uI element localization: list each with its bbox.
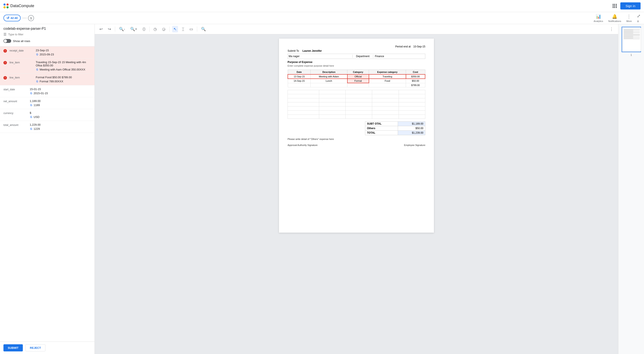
subtotal-value: $1,189.00 [398, 121, 425, 126]
doc-toolbar: ↩ ↪ 🔍- 🔍+ ⟨⟩ ◷ ◶ ↖ ⌶ ▭ 🔍 ⋮ [95, 24, 618, 34]
panel-header: codelab-expense-parser-P1 ☰ Show all row… [0, 24, 94, 47]
logo-dot-red [6, 4, 8, 6]
thumbnail-1[interactable] [622, 27, 641, 52]
zoom-out-button[interactable]: 🔍- [118, 26, 126, 32]
step-badge: 1 [28, 15, 34, 21]
field-values-receipt_date: 23-Sep-15G2015-09-23 [36, 49, 91, 56]
redo-button[interactable]: ↪ [106, 26, 112, 32]
field-raw-total_amount: 1,229.00 [30, 123, 91, 126]
field-row-total_amount: total_amount1,229.00G1229 [0, 121, 94, 133]
field-google-value-receipt_date: 2015-09-23 [40, 53, 54, 56]
subtotal-table: SUBT OTAL $1,189.00 Others $50.00 TOTAL … [365, 121, 425, 135]
history-button[interactable]: ◷ [152, 26, 158, 32]
sub-nav: ↺ 42:40 - - - 1 📊 Analytics 🔔 Notificati… [0, 12, 644, 24]
code-button[interactable]: ⟨⟩ [141, 26, 147, 32]
field-label-total_amount: total_amount [4, 123, 27, 130]
field-google-value-total_amount: 1229 [34, 127, 40, 130]
field-row-start_date: start_date15-01-15G2015-01-15 [0, 85, 94, 97]
field-raw-line_item_1: Traveling 15-Sep-15 15 Meeting with 4m O… [36, 61, 91, 67]
more-options-button[interactable]: ⋮ [608, 26, 615, 32]
analytics-nav-item[interactable]: 📊 Analytics [594, 14, 603, 23]
forward-history-button[interactable]: ◶ [161, 26, 167, 32]
select-button[interactable]: ↖ [172, 26, 178, 32]
field-google-value-line_item_2: Formal 789.00XXX [40, 80, 63, 83]
more-dots-icon: ⋮ [627, 14, 631, 19]
doc-panel: ↩ ↪ 🔍- 🔍+ ⟨⟩ ◷ ◶ ↖ ⌶ ▭ 🔍 ⋮ [95, 24, 618, 354]
expense-cell-1-3: Food [369, 79, 406, 83]
text-cursor-button[interactable]: ⌶ [180, 26, 186, 32]
expense-cell-0-2: Official [348, 74, 369, 79]
show-all-toggle[interactable] [4, 39, 11, 43]
field-row-line_item_1: !line_itemTraveling 15-Sep-15 15 Meeting… [0, 58, 94, 74]
logo-dot-yellow [4, 6, 6, 9]
toggle-knob [4, 40, 7, 43]
expense-row-1: 14-Sep-15LunchFormalFood$50.00 [288, 79, 425, 83]
show-all-label: Show all rows [13, 40, 30, 43]
thumb-line [624, 32, 634, 32]
expense-cell-0-0: 13 Sep-15 [288, 74, 310, 79]
crop-button[interactable]: ▭ [188, 26, 194, 32]
field-label-net_amount: net_amount [4, 99, 27, 107]
search-doc-button[interactable]: 🔍 [200, 26, 207, 32]
manager-label: Ma nager [289, 55, 300, 58]
expand-icon[interactable]: ⤢ [637, 13, 640, 19]
more-nav-item[interactable]: ⋮ More [626, 14, 632, 23]
submit-button[interactable]: SUBMIT [4, 344, 23, 351]
expense-cell-2-3 [369, 83, 406, 87]
undo-button[interactable]: ↩ [98, 26, 104, 32]
field-raw-currency: $ [30, 111, 91, 114]
total-value: $1,239.00 [398, 130, 425, 135]
field-values-line_item_2: Formal Food $50.00 $789.00GFormal 789.00… [36, 76, 91, 83]
field-raw-net_amount: 1,189.00 [30, 99, 91, 103]
apps-icon[interactable] [612, 4, 617, 8]
department-value: Finance [373, 55, 424, 58]
doc-page: Period end at 10-Sep-15 Submit To Lauren… [279, 39, 434, 233]
field-google-currency: GUSD [30, 115, 91, 119]
purpose-hint: Enter complete expense purpose detail he… [288, 64, 425, 67]
filter-input[interactable] [8, 33, 91, 36]
notifications-nav-item[interactable]: 🔔 Notifications [608, 14, 621, 23]
more-label: More [626, 20, 632, 23]
expense-cell-0-4: $350.00 [406, 74, 425, 79]
sub-nav-right: 📊 Analytics 🔔 Notifications ⋮ More ⤢ ∨ [594, 13, 640, 23]
app-name: DataCompute [10, 4, 34, 8]
field-google-start_date: G2015-01-15 [30, 92, 91, 95]
field-values-line_item_1: Traveling 15-Sep-15 15 Meeting with 4m O… [36, 61, 91, 71]
top-nav: DataCompute Sign in [0, 0, 644, 12]
google-g-icon: G [36, 53, 39, 56]
expense-cell-2-4: $789.00 [406, 83, 425, 87]
field-row-net_amount: net_amount1,189.00G1189 [0, 97, 94, 109]
submit-to-value: Lauren Jennifer [302, 49, 322, 52]
expense-cell-0-1: Meeting with Adam [310, 74, 348, 79]
thumbnail-page-num: 1 [630, 54, 632, 57]
panel-footer: SUBMIT REJECT [0, 341, 94, 354]
chevron-down-icon[interactable]: ∨ [637, 20, 640, 23]
panel-title: codelab-expense-parser-P1 [4, 27, 91, 31]
zoom-in-button[interactable]: 🔍+ [129, 26, 138, 32]
empty-rows-table [288, 90, 425, 119]
field-google-value-currency: USD [34, 115, 40, 119]
field-values-total_amount: 1,229.00G1229 [30, 123, 91, 130]
period-end-label: Period end at [396, 45, 411, 48]
field-row-receipt_date: !receipt_date23-Sep-15G2015-09-23 [0, 47, 94, 58]
nav-right: Sign in [612, 2, 640, 10]
thumb-line [624, 39, 640, 39]
reject-button[interactable]: REJECT [26, 344, 46, 351]
col-description: Description [310, 70, 348, 75]
google-g-icon: G [30, 92, 33, 95]
sign-in-button[interactable]: Sign in [620, 2, 640, 10]
google-g-icon: G [30, 116, 33, 119]
field-values-currency: $GUSD [30, 111, 91, 119]
google-g-icon: G [30, 127, 33, 130]
logo-dot-blue [4, 4, 6, 6]
error-indicator-line_item_1: ! [4, 61, 7, 64]
thumbnail-preview [623, 28, 641, 40]
field-google-value-line_item_1: Meeting with Aam Offical 350.00XXX [40, 68, 85, 71]
expense-cell-2-0 [288, 83, 310, 87]
others-value: $50.00 [398, 126, 425, 130]
thumb-line [624, 38, 634, 38]
filter-row: ☰ [4, 32, 91, 37]
approval-label: Approval Authority Signature [288, 144, 318, 146]
employee-label: Employee Signature [404, 144, 425, 146]
field-values-net_amount: 1,189.00G1189 [30, 99, 91, 107]
